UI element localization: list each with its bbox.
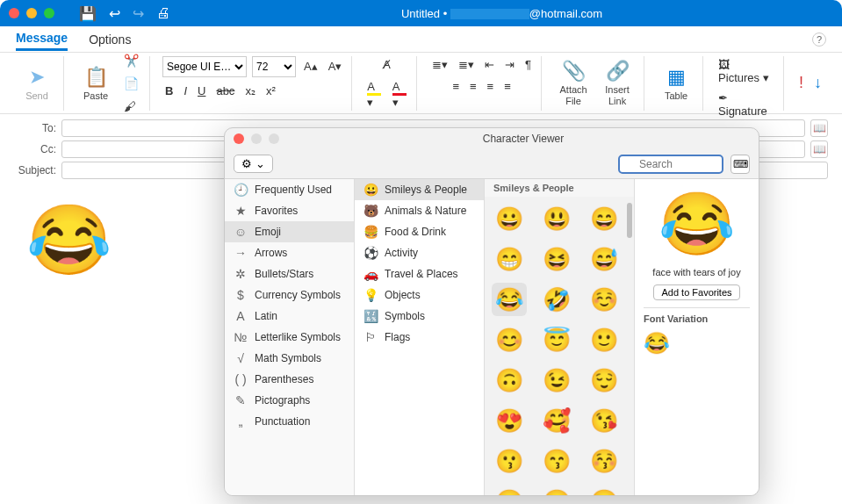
pictures-button[interactable]: 🖼 Pictures ▾ (716, 56, 776, 86)
table-button[interactable]: ▦ Table (657, 64, 695, 103)
cv-zoom-button[interactable] (269, 133, 279, 144)
redo-icon[interactable]: ↪ (133, 5, 144, 22)
cv-category-item[interactable]: „Punctuation (225, 411, 354, 432)
cv-emoji-grid[interactable]: 😀😃😄😁😆😅😂🤣☺️😊😇🙂🙃😉😌😍🥰😘😗😙😚😋😛😝😜🤪🤨 (485, 197, 634, 495)
emoji-cell[interactable]: 😉 (539, 364, 574, 397)
font-variation-emoji[interactable]: 😂 (644, 331, 670, 356)
minimize-window-button[interactable] (26, 8, 37, 18)
bullets-button[interactable]: ≣▾ (429, 56, 450, 73)
cv-category-item[interactable]: ✎Pictographs (225, 390, 354, 411)
strikethrough-button[interactable]: abc (213, 83, 237, 99)
shrink-font-icon[interactable]: A▾ (326, 58, 345, 75)
undo-icon[interactable]: ↩ (109, 5, 120, 22)
emoji-cell[interactable]: 😝 (587, 485, 622, 495)
to-addressbook-button[interactable]: 📖 (810, 119, 828, 137)
font-size-select[interactable]: 72 (252, 56, 296, 77)
subscript-button[interactable]: x₂ (242, 83, 258, 99)
format-painter-icon[interactable]: 🖌 (120, 97, 142, 115)
cv-category-item[interactable]: $Currency Symbols (225, 284, 354, 306)
paste-button[interactable]: 📋 Paste (76, 64, 115, 103)
insert-link-button[interactable]: 🔗 Insert Link (598, 58, 637, 107)
cut-icon[interactable]: ✂️ (120, 52, 142, 69)
emoji-cell[interactable]: 😄 (587, 202, 622, 235)
cv-subcategory-item[interactable]: 🍔Food & Drink (355, 221, 484, 242)
align-left-button[interactable]: ≡ (450, 78, 462, 95)
cv-category-item[interactable]: ( )Parentheses (225, 369, 354, 390)
cv-subcategory-item[interactable]: 🔣Symbols (355, 306, 484, 327)
cv-subcategory-list[interactable]: 😀Smileys & People🐻Animals & Nature🍔Food … (355, 179, 485, 495)
superscript-button[interactable]: x² (263, 83, 278, 99)
cv-minimize-button[interactable] (251, 133, 262, 144)
emoji-cell[interactable]: 🙃 (492, 364, 527, 397)
emoji-cell[interactable]: 😚 (587, 444, 622, 478)
send-button[interactable]: ➤ Send (18, 64, 56, 103)
align-center-button[interactable]: ≡ (467, 78, 479, 95)
cv-subcategory-item[interactable]: 😀Smileys & People (355, 179, 484, 200)
emoji-cell[interactable]: 😘 (587, 404, 622, 437)
emoji-cell[interactable]: 🥰 (539, 404, 574, 437)
zoom-window-button[interactable] (44, 8, 54, 18)
cv-search-input[interactable] (618, 155, 723, 174)
cv-compact-mode-button[interactable]: ⌨ (730, 155, 750, 174)
emoji-cell[interactable]: 😆 (539, 242, 574, 276)
close-window-button[interactable] (9, 8, 19, 18)
numbering-button[interactable]: ≣▾ (456, 56, 477, 73)
emoji-cell[interactable]: 😂 (492, 283, 527, 316)
emoji-cell[interactable]: 😀 (492, 202, 527, 235)
emoji-cell[interactable]: 😗 (492, 444, 527, 478)
cc-addressbook-button[interactable]: 📖 (810, 140, 828, 158)
decrease-indent-button[interactable]: ⇤ (482, 56, 497, 73)
cv-category-item[interactable]: ★Favorites (225, 200, 354, 221)
font-color-button[interactable]: A▾ (390, 78, 409, 111)
tab-message[interactable]: Message (16, 27, 68, 51)
highlight-button[interactable]: A▾ (364, 78, 384, 111)
cv-subcategory-item[interactable]: 🚗Travel & Places (355, 263, 484, 284)
copy-icon[interactable]: 📄 (120, 75, 142, 92)
add-to-favorites-button[interactable]: Add to Favorites (653, 284, 739, 300)
emoji-cell[interactable]: 😙 (539, 444, 574, 478)
cv-category-item[interactable]: №Letterlike Symbols (225, 327, 354, 348)
cv-category-item[interactable]: ☺Emoji (225, 221, 354, 242)
cv-subcategory-item[interactable]: 🏳Flags (355, 327, 484, 348)
tab-options[interactable]: Options (89, 29, 131, 50)
priority-high-icon[interactable]: ! (796, 72, 806, 94)
cv-scrollbar-thumb[interactable] (627, 203, 632, 238)
priority-low-icon[interactable]: ↓ (811, 72, 824, 94)
clear-formatting-button[interactable]: A̸ (380, 56, 393, 73)
attach-file-button[interactable]: 📎 Attach File (554, 58, 593, 107)
justify-button[interactable]: ≡ (501, 78, 514, 95)
cv-subcategory-item[interactable]: 🐻Animals & Nature (355, 200, 484, 221)
emoji-cell[interactable]: 🙂 (587, 323, 622, 356)
cv-category-list[interactable]: 🕘Frequently Used★Favorites☺Emoji→Arrows✲… (225, 179, 355, 495)
emoji-cell[interactable]: 😊 (492, 323, 527, 356)
cv-category-item[interactable]: →Arrows (225, 242, 354, 263)
emoji-cell[interactable]: 😅 (587, 242, 622, 276)
emoji-cell[interactable]: 😇 (539, 323, 574, 356)
emoji-cell[interactable]: 😋 (492, 485, 527, 495)
font-family-select[interactable]: Segoe UI E… (162, 56, 247, 77)
bold-button[interactable]: B (162, 83, 176, 99)
increase-indent-button[interactable]: ⇥ (502, 56, 517, 73)
cv-subcategory-item[interactable]: 💡Objects (355, 284, 484, 306)
cv-gear-menu[interactable]: ⚙⌄ (234, 155, 273, 173)
emoji-cell[interactable]: 😃 (539, 202, 574, 235)
align-right-button[interactable]: ≡ (485, 78, 497, 95)
show-marks-button[interactable]: ¶ (522, 56, 534, 73)
emoji-cell[interactable]: 😍 (492, 404, 527, 437)
grow-font-icon[interactable]: A▴ (301, 58, 320, 75)
underline-button[interactable]: U (195, 83, 208, 99)
cv-category-item[interactable]: ✲Bullets/Stars (225, 263, 354, 284)
cv-close-button[interactable] (234, 133, 244, 144)
cv-subcategory-item[interactable]: ⚽Activity (355, 242, 484, 263)
cv-category-item[interactable]: ALatin (225, 306, 354, 327)
emoji-cell[interactable]: 🤣 (539, 283, 574, 316)
print-icon[interactable]: 🖨 (156, 5, 170, 22)
italic-button[interactable]: I (181, 83, 190, 99)
help-icon[interactable]: ? (812, 32, 826, 47)
emoji-cell[interactable]: ☺️ (587, 283, 622, 316)
save-icon[interactable]: 💾 (79, 5, 97, 22)
cv-category-item[interactable]: √Math Symbols (225, 348, 354, 369)
emoji-cell[interactable]: 😁 (492, 242, 527, 276)
cv-category-item[interactable]: 🕘Frequently Used (225, 179, 354, 200)
emoji-cell[interactable]: 😛 (539, 485, 574, 495)
